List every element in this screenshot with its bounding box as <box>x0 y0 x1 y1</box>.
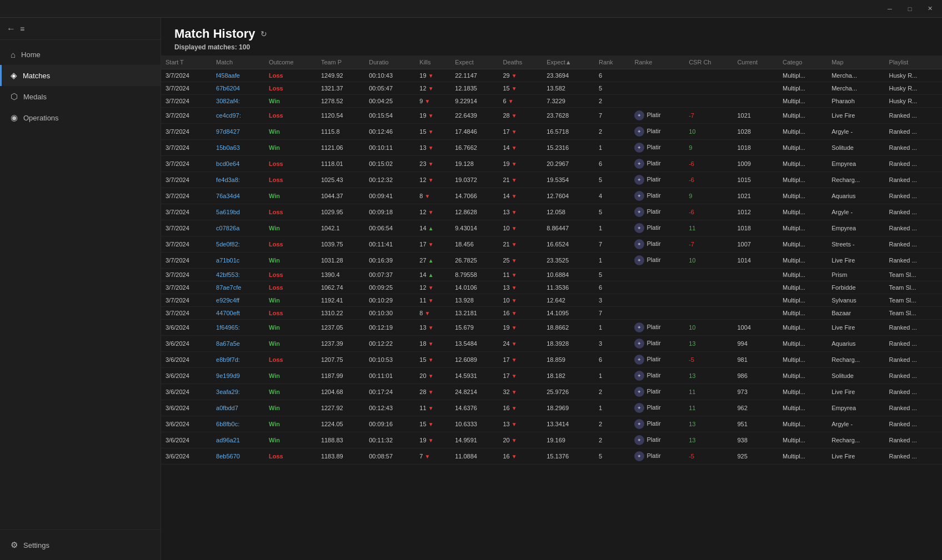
map-cell: Streets - <box>827 236 884 253</box>
match-cell[interactable]: 76a34d4 <box>212 188 264 204</box>
current-csr-cell <box>733 82 778 95</box>
table-container[interactable]: Start T Match Outcome Team P Duratio Kil… <box>161 56 942 560</box>
match-cell[interactable]: 42bf553: <box>212 269 264 281</box>
sidebar-item-medals[interactable]: ⬡ Medals <box>0 86 161 107</box>
expected-k-cell: 12.6089 <box>450 352 498 368</box>
back-button[interactable]: ← <box>7 24 16 34</box>
table-row[interactable]: 3/7/2024 e929c4ff Win 1192.41 00:10:29 1… <box>161 294 942 307</box>
match-cell[interactable]: 8a67a5e <box>212 336 264 352</box>
csr-change-cell <box>684 82 733 95</box>
match-cell[interactable]: fe4d3a8: <box>212 172 264 188</box>
match-cell[interactable]: 1f64965: <box>212 320 264 336</box>
match-cell[interactable]: 6b8fb0c: <box>212 416 264 432</box>
table-row[interactable]: 3/7/2024 5a619bd Loss 1029.95 00:09:18 1… <box>161 204 942 220</box>
match-cell[interactable]: 87ae7cfe <box>212 281 264 294</box>
table-row[interactable]: 3/7/2024 ce4cd97: Loss 1120.54 00:15:54 … <box>161 108 942 124</box>
table-row[interactable]: 3/7/2024 c07826a Win 1042.1 00:06:54 14 … <box>161 220 942 236</box>
expected-k-cell: 19.128 <box>450 156 498 172</box>
table-row[interactable]: 3/7/2024 97d8427 Win 1115.8 00:12:46 15 … <box>161 124 942 140</box>
date-cell: 3/6/2024 <box>161 384 212 400</box>
match-cell[interactable]: 5de0f82: <box>212 236 264 253</box>
table-row[interactable]: 3/6/2024 8a67a5e Win 1237.39 00:12:22 18… <box>161 336 942 352</box>
match-cell[interactable]: 9e199d9 <box>212 368 264 384</box>
table-row[interactable]: 3/7/2024 76a34d4 Win 1044.37 00:09:41 8 … <box>161 188 942 204</box>
table-row[interactable]: 3/6/2024 8eb5670 Loss 1183.89 00:08:57 7… <box>161 448 942 465</box>
table-row[interactable]: 3/6/2024 e8b9f7d: Loss 1207.75 00:10:53 … <box>161 352 942 368</box>
date-cell: 3/6/2024 <box>161 352 212 368</box>
category-cell: Multipl... <box>778 124 827 140</box>
maximize-button[interactable]: □ <box>902 3 918 14</box>
date-cell: 3/6/2024 <box>161 336 212 352</box>
match-cell[interactable]: 3eafa29: <box>212 384 264 400</box>
match-cell[interactable]: ad96a21 <box>212 432 264 448</box>
kills-cell: 20 ▼ <box>415 368 450 384</box>
current-csr-cell <box>733 269 778 281</box>
match-cell[interactable]: e929c4ff <box>212 294 264 307</box>
sidebar-item-settings[interactable]: ⚙ Settings <box>0 534 161 556</box>
category-cell: Multipl... <box>778 269 827 281</box>
match-cell[interactable]: 67b6204 <box>212 82 264 95</box>
team-cell: 1188.83 <box>317 432 364 448</box>
table-row[interactable]: 3/7/2024 a71b01c Win 1031.28 00:16:39 27… <box>161 253 942 269</box>
table-row[interactable]: 3/7/2024 3082af4: Win 1278.52 00:04:25 9… <box>161 95 942 108</box>
kills-cell: 17 ▼ <box>415 236 450 253</box>
kills-cell: 14 ▲ <box>415 269 450 281</box>
sidebar-item-matches[interactable]: ◈ Matches <box>0 65 161 86</box>
map-cell: Recharg... <box>827 432 884 448</box>
match-cell[interactable]: a71b01c <box>212 253 264 269</box>
playlist-cell: Team Sl... <box>885 294 942 307</box>
category-cell: Multipl... <box>778 400 827 416</box>
team-cell: 1042.1 <box>317 220 364 236</box>
table-header-row: Start T Match Outcome Team P Duratio Kil… <box>161 56 942 69</box>
rank-num-cell: 2 <box>594 416 630 432</box>
rank-num-cell: 1 <box>594 220 630 236</box>
category-cell: Multipl... <box>778 108 827 124</box>
table-row[interactable]: 3/7/2024 f458aafe Loss 1249.92 00:10:43 … <box>161 69 942 82</box>
minimize-button[interactable]: ─ <box>882 3 898 14</box>
table-row[interactable]: 3/7/2024 15b0a63 Win 1121.06 00:10:11 13… <box>161 140 942 156</box>
table-row[interactable]: 3/6/2024 3eafa29: Win 1204.68 00:17:24 2… <box>161 384 942 400</box>
table-row[interactable]: 3/7/2024 44700eft Loss 1310.22 00:10:30 … <box>161 307 942 320</box>
table-row[interactable]: 3/6/2024 ad96a21 Win 1188.83 00:11:32 19… <box>161 432 942 448</box>
match-cell[interactable]: f458aafe <box>212 69 264 82</box>
match-cell[interactable]: e8b9f7d: <box>212 352 264 368</box>
table-row[interactable]: 3/6/2024 a0fbdd7 Win 1227.92 00:12:43 11… <box>161 400 942 416</box>
hamburger-icon[interactable]: ≡ <box>20 24 24 33</box>
match-cell[interactable]: 3082af4: <box>212 95 264 108</box>
current-csr-cell: 962 <box>733 400 778 416</box>
refresh-button[interactable]: ↻ <box>260 29 267 38</box>
table-row[interactable]: 3/7/2024 87ae7cfe Loss 1062.74 00:09:25 … <box>161 281 942 294</box>
date-cell: 3/7/2024 <box>161 220 212 236</box>
table-row[interactable]: 3/7/2024 bcd0e64 Loss 1118.01 00:15:02 2… <box>161 156 942 172</box>
match-cell[interactable]: 44700eft <box>212 307 264 320</box>
table-row[interactable]: 3/7/2024 67b6204 Loss 1321.37 00:05:47 1… <box>161 82 942 95</box>
sidebar-item-operations[interactable]: ◉ Operations <box>0 107 161 128</box>
deaths-cell: 13 ▼ <box>498 416 542 432</box>
rank-num-cell: 4 <box>594 188 630 204</box>
deaths-cell: 28 ▼ <box>498 108 542 124</box>
duration-cell: 00:05:47 <box>364 82 415 95</box>
match-cell[interactable]: ce4cd97: <box>212 108 264 124</box>
match-cell[interactable]: a0fbdd7 <box>212 400 264 416</box>
duration-cell: 00:11:41 <box>364 236 415 253</box>
match-cell[interactable]: bcd0e64 <box>212 156 264 172</box>
outcome-cell: Win <box>264 336 317 352</box>
current-csr-cell: 1009 <box>733 156 778 172</box>
csr-change-cell: 13 <box>684 336 733 352</box>
sidebar-item-home[interactable]: ⌂ Home <box>0 44 161 65</box>
close-button[interactable]: ✕ <box>922 3 938 14</box>
match-cell[interactable]: 15b0a63 <box>212 140 264 156</box>
match-cell[interactable]: c07826a <box>212 220 264 236</box>
table-row[interactable]: 3/6/2024 9e199d9 Win 1187.99 00:11:01 20… <box>161 368 942 384</box>
table-row[interactable]: 3/7/2024 5de0f82: Loss 1039.75 00:11:41 … <box>161 236 942 253</box>
rank-cell <box>630 95 684 108</box>
table-row[interactable]: 3/7/2024 42bf553: Loss 1390.4 00:07:37 1… <box>161 269 942 281</box>
match-cell[interactable]: 5a619bd <box>212 204 264 220</box>
table-row[interactable]: 3/6/2024 1f64965: Win 1237.05 00:12:19 1… <box>161 320 942 336</box>
table-row[interactable]: 3/7/2024 fe4d3a8: Loss 1025.43 00:12:32 … <box>161 172 942 188</box>
expected-d-cell: 20.2967 <box>542 156 594 172</box>
match-cell[interactable]: 97d8427 <box>212 124 264 140</box>
table-row[interactable]: 3/6/2024 6b8fb0c: Win 1224.05 00:09:16 1… <box>161 416 942 432</box>
match-cell[interactable]: 8eb5670 <box>212 448 264 465</box>
duration-cell: 00:10:53 <box>364 352 415 368</box>
